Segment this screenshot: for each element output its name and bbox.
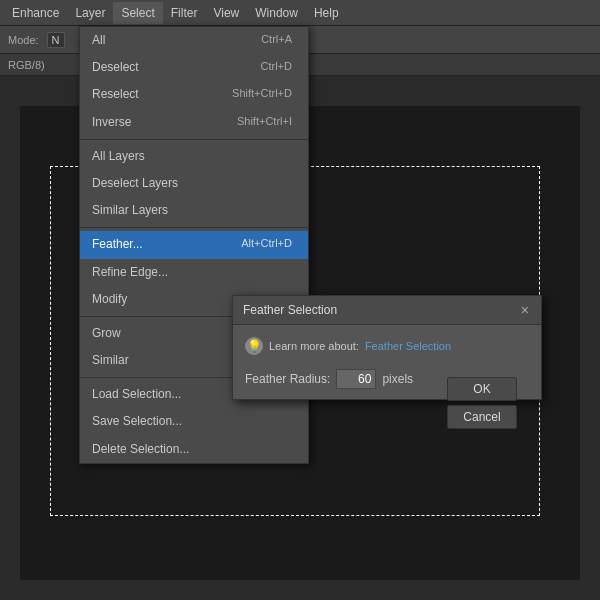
bulb-icon: 💡 — [245, 337, 263, 355]
feather-radius-unit: pixels — [382, 372, 413, 386]
learn-row: 💡 Learn more about: Feather Selection — [245, 337, 529, 355]
menu-select[interactable]: Select — [113, 2, 162, 24]
dialog-buttons: OK Cancel — [447, 377, 517, 429]
menubar: Enhance Layer Select Filter View Window … — [0, 0, 600, 26]
color-info: RGB/8) — [8, 59, 45, 71]
dialog-content: 💡 Learn more about: Feather Selection Fe… — [245, 337, 529, 389]
cancel-button[interactable]: Cancel — [447, 405, 517, 429]
feather-selection-dialog: Feather Selection × 💡 Learn more about: … — [232, 295, 542, 400]
menu-enhance[interactable]: Enhance — [4, 2, 67, 24]
menu-item-deselect[interactable]: Deselect Ctrl+D — [80, 54, 308, 81]
learn-label: Learn more about: — [269, 340, 359, 352]
dialog-close-button[interactable]: × — [519, 302, 531, 318]
feather-radius-input[interactable] — [336, 369, 376, 389]
dialog-title-text: Feather Selection — [243, 303, 337, 317]
menu-window[interactable]: Window — [247, 2, 306, 24]
separator-2 — [80, 227, 308, 228]
menu-item-delete-selection[interactable]: Delete Selection... — [80, 436, 308, 463]
menu-item-save-selection[interactable]: Save Selection... — [80, 408, 308, 435]
menu-item-reselect[interactable]: Reselect Shift+Ctrl+D — [80, 81, 308, 108]
menu-view[interactable]: View — [205, 2, 247, 24]
dialog-title-bar: Feather Selection × — [233, 296, 541, 325]
menu-item-all-layers[interactable]: All Layers — [80, 143, 308, 170]
menu-item-all[interactable]: All Ctrl+A — [80, 27, 308, 54]
mode-label: Mode: — [8, 34, 39, 46]
menu-item-refine-edge[interactable]: Refine Edge... — [80, 259, 308, 286]
ok-button[interactable]: OK — [447, 377, 517, 401]
menu-layer[interactable]: Layer — [67, 2, 113, 24]
menu-help[interactable]: Help — [306, 2, 347, 24]
mode-value[interactable]: N — [47, 32, 65, 48]
menu-filter[interactable]: Filter — [163, 2, 206, 24]
menu-item-inverse[interactable]: Inverse Shift+Ctrl+I — [80, 109, 308, 136]
menu-item-deselect-layers[interactable]: Deselect Layers — [80, 170, 308, 197]
menu-item-feather[interactable]: Feather... Alt+Ctrl+D — [80, 231, 308, 258]
separator-1 — [80, 139, 308, 140]
feather-radius-label: Feather Radius: — [245, 372, 330, 386]
menu-item-similar-layers[interactable]: Similar Layers — [80, 197, 308, 224]
dialog-body: 💡 Learn more about: Feather Selection Fe… — [233, 325, 541, 399]
learn-link[interactable]: Feather Selection — [365, 340, 451, 352]
